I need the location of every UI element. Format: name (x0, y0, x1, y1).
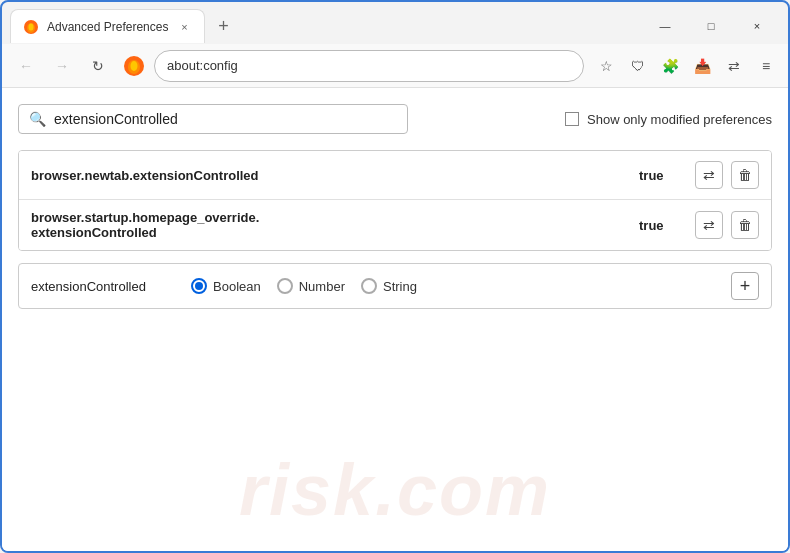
pref-name-1: browser.newtab.extensionControlled (31, 168, 639, 183)
minimize-button[interactable]: — (642, 10, 688, 42)
table-row: browser.startup.homepage_override. exten… (19, 200, 771, 250)
pref-name-2: browser.startup.homepage_override. exten… (31, 210, 639, 240)
page-content: risk.com 🔍 Show only modified preference… (2, 88, 788, 551)
add-pref-name: extensionControlled (31, 279, 171, 294)
checkbox-row: Show only modified preferences (565, 112, 772, 127)
preferences-table: browser.newtab.extensionControlled true … (18, 150, 772, 251)
svg-point-5 (131, 61, 138, 71)
shield-icon[interactable]: 🛡 (624, 52, 652, 80)
search-input-wrapper[interactable]: 🔍 (18, 104, 408, 134)
watermark: risk.com (239, 449, 551, 531)
add-preference-button[interactable]: + (731, 272, 759, 300)
new-tab-button[interactable]: + (209, 12, 237, 40)
title-bar: Advanced Preferences × + — □ × (2, 2, 788, 44)
radio-boolean-circle (191, 278, 207, 294)
nav-icons-right: ☆ 🛡 🧩 📥 ⇄ ≡ (592, 52, 780, 80)
forward-icon: → (55, 58, 69, 74)
show-modified-checkbox[interactable] (565, 112, 579, 126)
tab-title: Advanced Preferences (47, 20, 168, 34)
forward-button[interactable]: → (46, 50, 78, 82)
add-preference-row: extensionControlled Boolean Number Strin… (18, 263, 772, 309)
address-text: about:config (167, 58, 238, 73)
radio-boolean-label: Boolean (213, 279, 261, 294)
tab-favicon (23, 19, 39, 35)
address-bar[interactable]: about:config (154, 50, 584, 82)
radio-boolean[interactable]: Boolean (191, 278, 261, 294)
reload-icon: ↻ (92, 58, 104, 74)
radio-number-circle (277, 278, 293, 294)
pref-actions-1: ⇄ 🗑 (695, 161, 759, 189)
reload-button[interactable]: ↻ (82, 50, 114, 82)
search-icon: 🔍 (29, 111, 46, 127)
delete-icon: 🗑 (738, 167, 752, 183)
extension-icon[interactable]: 🧩 (656, 52, 684, 80)
pref-value-1: true (639, 168, 679, 183)
back-icon: ← (19, 58, 33, 74)
back-button[interactable]: ← (10, 50, 42, 82)
radio-string-circle (361, 278, 377, 294)
bookmark-icon[interactable]: ☆ (592, 52, 620, 80)
tab-close-button[interactable]: × (176, 19, 192, 35)
toggle-button-1[interactable]: ⇄ (695, 161, 723, 189)
toggle-icon: ⇄ (703, 167, 715, 183)
radio-string-label: String (383, 279, 417, 294)
svg-point-2 (29, 23, 34, 30)
radio-number[interactable]: Number (277, 278, 345, 294)
delete-icon: 🗑 (738, 217, 752, 233)
maximize-button[interactable]: □ (688, 10, 734, 42)
toggle-icon: ⇄ (703, 217, 715, 233)
table-row: browser.newtab.extensionControlled true … (19, 151, 771, 200)
firefox-logo (122, 54, 146, 78)
search-bar-row: 🔍 Show only modified preferences (18, 104, 772, 134)
delete-button-1[interactable]: 🗑 (731, 161, 759, 189)
sync-icon[interactable]: ⇄ (720, 52, 748, 80)
window-controls: — □ × (642, 10, 780, 42)
pref-value-2: true (639, 218, 679, 233)
checkbox-label: Show only modified preferences (587, 112, 772, 127)
pref-actions-2: ⇄ 🗑 (695, 211, 759, 239)
radio-string[interactable]: String (361, 278, 417, 294)
navigation-bar: ← → ↻ about:config ☆ 🛡 🧩 📥 ⇄ ≡ (2, 44, 788, 88)
search-input[interactable] (54, 111, 397, 127)
browser-tab[interactable]: Advanced Preferences × (10, 9, 205, 43)
radio-number-label: Number (299, 279, 345, 294)
download-icon[interactable]: 📥 (688, 52, 716, 80)
type-radio-group: Boolean Number String (191, 278, 711, 294)
close-button[interactable]: × (734, 10, 780, 42)
menu-icon[interactable]: ≡ (752, 52, 780, 80)
toggle-button-2[interactable]: ⇄ (695, 211, 723, 239)
delete-button-2[interactable]: 🗑 (731, 211, 759, 239)
